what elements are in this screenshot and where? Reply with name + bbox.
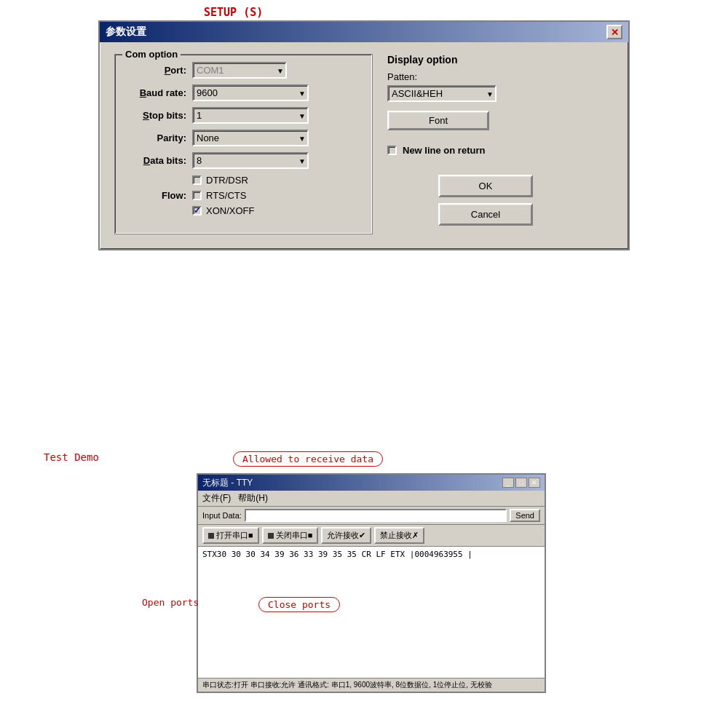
close-port-label: 关闭串口■: [276, 530, 313, 541]
open-ports-annotation: Open ports: [142, 597, 199, 608]
baud-row: Baud rate: 9600 ▼: [127, 84, 360, 101]
close-ports-annotation: Close ports: [258, 597, 340, 612]
dialog-titlebar: 参数设置 ✕: [100, 22, 628, 42]
parity-select[interactable]: None: [192, 130, 309, 146]
content-line: STX30 30 30 34 39 36 33 39 35 35 CR LF E…: [202, 550, 540, 559]
close-port-button[interactable]: 关闭串口■: [262, 527, 319, 544]
send-button[interactable]: Send: [510, 509, 540, 522]
inner-titlebar: 无标题 - TTY _ □ ✕: [198, 475, 545, 491]
dtr-dsr-checkbox[interactable]: [192, 175, 202, 185]
dtr-dsr-row: DTR/DSR: [192, 175, 254, 186]
rts-cts-checkbox[interactable]: [192, 191, 202, 200]
data-bits-label: Data bits:: [127, 155, 192, 166]
dialog-title: 参数设置: [106, 25, 146, 39]
dtr-dsr-label: DTR/DSR: [206, 175, 248, 186]
inner-toolbar: Input Data: Send: [198, 507, 545, 525]
cancel-button[interactable]: Cancel: [438, 203, 533, 226]
open-port-label: 打开串口■: [216, 530, 253, 541]
stop-receive-label: 禁止接收✗: [380, 530, 419, 541]
stop-bits-label: Stop bits:: [127, 110, 192, 121]
inner-close-btn[interactable]: ✕: [529, 478, 540, 488]
allow-receive-button[interactable]: 允许接收✔: [321, 527, 371, 544]
xon-xoff-checkbox[interactable]: [192, 206, 202, 215]
test-demo-label: Test Demo: [44, 451, 99, 463]
xon-xoff-label: XON/XOFF: [206, 205, 254, 216]
flow-label: Flow:: [127, 190, 192, 201]
inner-win-buttons: _ □ ✕: [502, 478, 540, 488]
stop-select-wrapper: 1 ▼: [192, 107, 309, 124]
allow-receive-label: 允许接收✔: [327, 530, 365, 541]
new-line-checkbox[interactable]: [387, 146, 397, 155]
data-bits-select-wrapper: 8 ▼: [192, 152, 309, 169]
com-option-group: Com option Port: COM1 ▼ Baud rate: 9600: [114, 54, 373, 234]
data-bits-row: Data bits: 8 ▼: [127, 152, 360, 169]
xon-xoff-row: XON/XOFF: [192, 205, 254, 216]
inner-window: 无标题 - TTY _ □ ✕ 文件(F) 帮助(H) Input Data: …: [197, 473, 546, 693]
open-port-icon: [208, 533, 214, 539]
font-button[interactable]: Font: [387, 111, 489, 130]
rts-cts-label: RTS/CTS: [206, 190, 246, 201]
close-port-icon: [268, 533, 274, 539]
stop-receive-button[interactable]: 禁止接收✗: [374, 527, 424, 544]
baud-label: Baud rate:: [127, 87, 192, 98]
port-row: Port: COM1 ▼: [127, 62, 360, 79]
input-data-field[interactable]: [245, 509, 507, 522]
new-line-row: New line on return: [387, 145, 485, 156]
new-line-label: New line on return: [403, 145, 485, 156]
menu-file[interactable]: 文件(F): [202, 492, 231, 505]
ok-button[interactable]: OK: [438, 175, 533, 197]
patten-select-wrapper: ASCII&HEH ▼: [387, 85, 496, 102]
inner-title: 无标题 - TTY: [202, 477, 253, 489]
menu-help[interactable]: 帮助(H): [238, 492, 268, 505]
dialog-window: 参数设置 ✕ Com option Port: COM1 ▼ Baud rate…: [98, 20, 630, 250]
data-bits-select[interactable]: 8: [192, 152, 309, 169]
inner-maximize-btn[interactable]: □: [515, 478, 527, 488]
parity-select-wrapper: None ▼: [192, 130, 309, 146]
dialog-body: Com option Port: COM1 ▼ Baud rate: 9600: [100, 42, 628, 249]
display-option-group: Display option Patten: ASCII&HEH ▼ Font …: [387, 54, 584, 234]
inner-statusbar: 串口状态:打开 串口接收:允许 通讯格式: 串口1, 9600波特率, 8位数据…: [198, 678, 545, 692]
action-buttons: OK Cancel: [387, 175, 584, 226]
inner-minimize-btn[interactable]: _: [502, 478, 514, 488]
port-label: Port:: [127, 65, 192, 76]
baud-select[interactable]: 9600: [192, 84, 309, 101]
parity-label: Parity:: [127, 132, 192, 143]
baud-select-wrapper: 9600 ▼: [192, 84, 309, 101]
close-button[interactable]: ✕: [606, 25, 622, 39]
com-option-label: Com option: [122, 49, 181, 60]
port-select[interactable]: COM1: [192, 62, 287, 79]
stop-bits-row: Stop bits: 1 ▼: [127, 107, 360, 124]
patten-label: Patten:: [387, 71, 417, 82]
statusbar-text: 串口状态:打开 串口接收:允许 通讯格式: 串口1, 9600波特率, 8位数据…: [202, 680, 492, 690]
inner-content: STX30 30 30 34 39 36 33 39 35 35 CR LF E…: [198, 547, 545, 678]
parity-row: Parity: None ▼: [127, 130, 360, 146]
display-option-title: Display option: [387, 54, 457, 66]
patten-select[interactable]: ASCII&HEH: [387, 85, 496, 102]
input-data-label: Input Data:: [202, 511, 242, 520]
setup-label: SETUP (S): [204, 6, 263, 19]
rts-cts-row: RTS/CTS: [192, 190, 254, 201]
flow-row: Flow: DTR/DSR RTS/CTS XON/XOFF: [127, 175, 360, 216]
inner-menubar: 文件(F) 帮助(H): [198, 491, 545, 507]
stop-bits-select[interactable]: 1: [192, 107, 309, 124]
port-buttons-row: 打开串口■ 关闭串口■ 允许接收✔ 禁止接收✗: [198, 525, 545, 547]
port-select-wrapper: COM1 ▼: [192, 62, 287, 79]
allowed-receive-label: Allowed to receive data: [233, 451, 383, 467]
open-port-button[interactable]: 打开串口■: [202, 527, 259, 544]
